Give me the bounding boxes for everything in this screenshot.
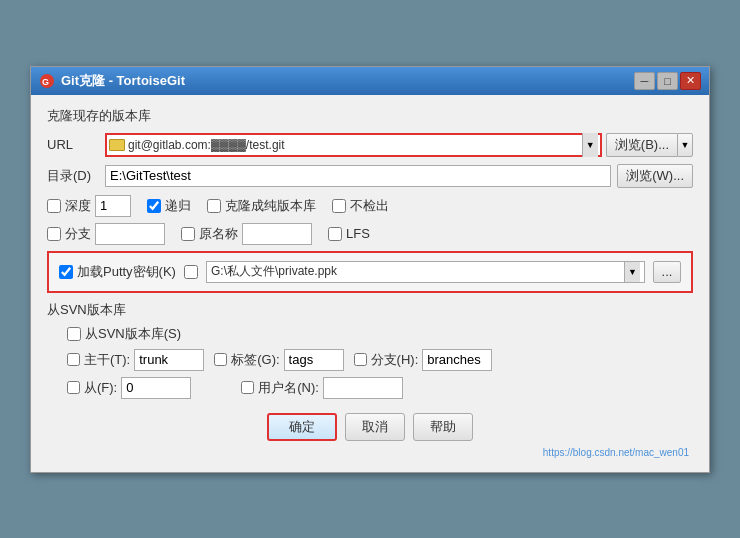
from-svn-checkbox-item: 从SVN版本库(S) <box>67 325 181 343</box>
from-label: 从(F): <box>84 379 117 397</box>
trunk-input[interactable] <box>134 349 204 371</box>
url-value: git@gitlab.com:▓▓▓▓/test.git <box>128 138 582 152</box>
title-controls: ─ □ ✕ <box>634 72 701 90</box>
maximize-button[interactable]: □ <box>657 72 678 90</box>
title-bar: G Git克隆 - TortoiseGit ─ □ ✕ <box>31 67 709 95</box>
url-input-wrapper: git@gitlab.com:▓▓▓▓/test.git ▼ <box>105 133 602 157</box>
branch-input[interactable] <box>95 223 165 245</box>
svn-section-label: 从SVN版本库 <box>47 301 693 319</box>
putty-checkbox-item: 加载Putty密钥(K) <box>59 263 176 281</box>
branches-label: 分支(H): <box>371 351 419 369</box>
recursive-checkbox-item: 递归 <box>147 197 191 215</box>
putty-file-value: G:\私人文件\private.ppk <box>211 263 624 280</box>
branch-checkbox-item: 分支 <box>47 223 165 245</box>
branch-label[interactable]: 分支 <box>65 225 91 243</box>
tags-label: 标签(G): <box>231 351 279 369</box>
putty-label[interactable]: 加载Putty密钥(K) <box>77 263 176 281</box>
from-input[interactable] <box>121 377 191 399</box>
username-label: 用户名(N): <box>258 379 319 397</box>
dialog-content: 克隆现存的版本库 URL git@gitlab.com:▓▓▓▓/test.gi… <box>31 95 709 472</box>
lfs-label[interactable]: LFS <box>346 226 370 241</box>
dir-input[interactable] <box>105 165 611 187</box>
help-button[interactable]: 帮助 <box>413 413 473 441</box>
watermark: https://blog.csdn.net/mac_wen01 <box>47 445 693 460</box>
bare-checkbox-item: 克隆成纯版本库 <box>207 197 316 215</box>
from-checkbox[interactable] <box>67 381 80 394</box>
bare-checkbox[interactable] <box>207 199 221 213</box>
title-bar-left: G Git克隆 - TortoiseGit <box>39 72 185 90</box>
minimize-button[interactable]: ─ <box>634 72 655 90</box>
nocheckout-label[interactable]: 不检出 <box>350 197 389 215</box>
lfs-checkbox[interactable] <box>328 227 342 241</box>
options-row-2: 分支 原名称 LFS <box>47 223 693 245</box>
svn-main-check: 从SVN版本库(S) <box>47 325 693 343</box>
url-container: git@gitlab.com:▓▓▓▓/test.git ▼ 浏览(B)... … <box>105 133 693 157</box>
nocheckout-checkbox-item: 不检出 <box>332 197 389 215</box>
recursive-checkbox[interactable] <box>147 199 161 213</box>
nocheckout-checkbox[interactable] <box>332 199 346 213</box>
git-icon: G <box>39 73 55 89</box>
svn-username-field: 用户名(N): <box>241 377 403 399</box>
trunk-checkbox[interactable] <box>67 353 80 366</box>
putty-file-arrow[interactable]: ▼ <box>624 262 640 282</box>
username-checkbox[interactable] <box>241 381 254 394</box>
origin-label[interactable]: 原名称 <box>199 225 238 243</box>
from-svn-checkbox[interactable] <box>67 327 81 341</box>
depth-label[interactable]: 深度 <box>65 197 91 215</box>
ok-button[interactable]: 确定 <box>267 413 337 441</box>
branches-checkbox[interactable] <box>354 353 367 366</box>
svn-from-field: 从(F): <box>67 377 191 399</box>
putty-file-dropdown[interactable]: G:\私人文件\private.ppk ▼ <box>206 261 645 283</box>
svn-row-1: 主干(T): 标签(G): 分支(H): <box>67 349 693 371</box>
origin-checkbox[interactable] <box>181 227 195 241</box>
recursive-label[interactable]: 递归 <box>165 197 191 215</box>
origin-input[interactable] <box>242 223 312 245</box>
trunk-label: 主干(T): <box>84 351 130 369</box>
putty-browse-button[interactable]: ... <box>653 261 681 283</box>
from-svn-label[interactable]: 从SVN版本库(S) <box>85 325 181 343</box>
browse-url-split-button[interactable]: 浏览(B)... ▼ <box>606 133 693 157</box>
svn-trunk-field: 主干(T): <box>67 349 204 371</box>
username-input[interactable] <box>323 377 403 399</box>
dir-row: 目录(D) 浏览(W)... <box>47 164 693 188</box>
lfs-checkbox-item: LFS <box>328 226 370 241</box>
bottom-buttons: 确定 取消 帮助 <box>47 405 693 445</box>
tags-input[interactable] <box>284 349 344 371</box>
url-row: URL git@gitlab.com:▓▓▓▓/test.git ▼ 浏览(B)… <box>47 133 693 157</box>
depth-input[interactable] <box>95 195 131 217</box>
svn-row-2: 从(F): 用户名(N): <box>67 377 693 399</box>
svn-branches-field: 分支(H): <box>354 349 493 371</box>
svg-text:G: G <box>42 77 49 87</box>
folder-icon <box>109 139 125 151</box>
svn-tags-field: 标签(G): <box>214 349 343 371</box>
browse-dir-button[interactable]: 浏览(W)... <box>617 164 693 188</box>
window-title: Git克隆 - TortoiseGit <box>61 72 185 90</box>
clone-section-label: 克隆现存的版本库 <box>47 107 693 125</box>
svn-section: 从SVN版本库 <box>47 301 693 319</box>
browse-url-arrow[interactable]: ▼ <box>677 133 693 157</box>
cancel-button[interactable]: 取消 <box>345 413 405 441</box>
branch-checkbox[interactable] <box>47 227 61 241</box>
putty-file-checkbox-item <box>184 265 198 279</box>
branches-input[interactable] <box>422 349 492 371</box>
url-dropdown-arrow[interactable]: ▼ <box>582 133 598 157</box>
close-button[interactable]: ✕ <box>680 72 701 90</box>
depth-checkbox-item: 深度 <box>47 195 131 217</box>
origin-checkbox-item: 原名称 <box>181 223 312 245</box>
putty-checkbox[interactable] <box>59 265 73 279</box>
url-label: URL <box>47 137 99 152</box>
options-row-1: 深度 递归 克隆成纯版本库 不检出 <box>47 195 693 217</box>
putty-file-checkbox[interactable] <box>184 265 198 279</box>
depth-checkbox[interactable] <box>47 199 61 213</box>
putty-section: 加载Putty密钥(K) G:\私人文件\private.ppk ▼ ... <box>47 251 693 293</box>
dir-label: 目录(D) <box>47 167 99 185</box>
tags-checkbox[interactable] <box>214 353 227 366</box>
browse-url-button[interactable]: 浏览(B)... <box>606 133 677 157</box>
main-window: G Git克隆 - TortoiseGit ─ □ ✕ 克隆现存的版本库 URL… <box>30 66 710 473</box>
bare-label[interactable]: 克隆成纯版本库 <box>225 197 316 215</box>
